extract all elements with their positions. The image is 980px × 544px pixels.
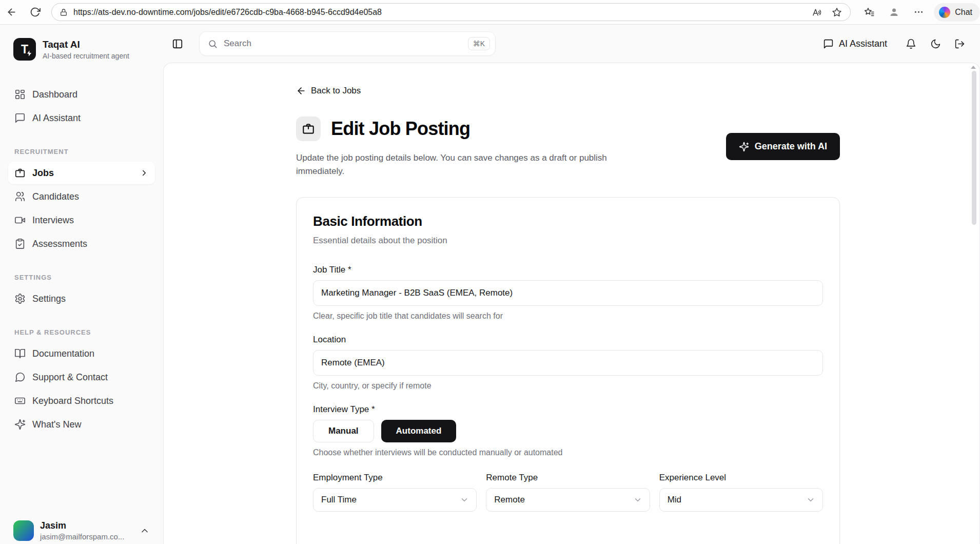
favorite-star-icon[interactable] [832,7,842,17]
remote-type-label: Remote Type [486,473,650,483]
sparkles-icon [739,142,749,152]
job-title-input[interactable] [313,280,823,306]
sidebar-item-documentation[interactable]: Documentation [8,342,155,365]
content-panel: Back to Jobs Edit Job Posting Update the… [163,63,980,544]
browser-back-button[interactable] [3,4,19,21]
sidebar-item-assessments[interactable]: Assessments [8,232,155,255]
arrow-left-icon [296,86,306,96]
ai-assistant-button[interactable]: AI Assistant [823,38,887,49]
interview-type-group: Interview Type * Manual Automated Choose… [313,404,823,457]
sidebar-item-label: What's New [32,419,81,430]
sidebar-item-interviews[interactable]: Interviews [8,209,155,231]
refresh-icon [30,7,41,17]
chevron-right-icon [140,168,149,178]
user-menu[interactable]: Jasim jasim@mailforspam.co... [8,516,155,542]
sidebar-item-label: Assessments [32,239,87,249]
browser-menu-button[interactable] [910,4,927,21]
sidebar: T Taqat AI AI-based recruitment agent Da… [0,25,163,544]
sidebar-item-label: AI Assistant [32,113,81,124]
back-link-label: Back to Jobs [311,86,361,96]
book-open-icon [14,348,26,359]
interview-type-automated-button[interactable]: Automated [381,420,457,442]
remote-type-select[interactable]: Remote [486,488,650,512]
lock-icon[interactable] [60,8,68,16]
employment-type-label: Employment Type [313,473,477,483]
chat-round-icon [14,372,26,383]
chevron-up-icon [140,526,150,536]
profile-avatar-icon [889,7,899,17]
page-icon-box [296,116,321,141]
experience-level-value: Mid [668,495,681,505]
moon-icon [930,38,941,49]
briefcase-icon [302,122,315,135]
chat-bubble-icon [823,38,834,49]
search-box[interactable]: ⌘K [199,31,496,56]
copilot-icon [939,7,950,18]
sidebar-item-label: Settings [32,294,66,304]
chat-bubble-icon [14,112,26,124]
sidebar-item-label: Documentation [32,348,94,359]
experience-level-label: Experience Level [659,473,823,483]
browser-profile-button[interactable] [886,4,902,21]
sidebar-item-dashboard[interactable]: Dashboard [8,83,155,106]
experience-level-select[interactable]: Mid [659,488,823,512]
search-icon [208,39,218,49]
page-header: Edit Job Posting Update the job posting … [296,116,840,178]
gear-icon [14,293,26,304]
back-to-jobs-link[interactable]: Back to Jobs [296,63,361,96]
keyboard-icon [14,395,26,406]
dashboard-grid-icon [14,89,26,100]
sign-out-button[interactable] [954,38,965,49]
topbar: ⌘K AI Assistant [163,25,980,63]
address-bar[interactable]: https://ats-dev.no-downtime.com/jobs/edi… [51,3,851,21]
favorites-bar-button[interactable] [861,4,877,21]
scrollbar-up-arrow-icon[interactable] [971,66,976,69]
sparkle-icon [14,419,26,430]
sidebar-item-candidates[interactable]: Candidates [8,185,155,208]
copilot-chat-button[interactable]: Chat [934,3,980,22]
taqat-logo-icon: T [13,38,36,61]
search-input[interactable] [224,38,468,49]
sidebar-item-whats-new[interactable]: What's New [8,413,155,436]
ellipsis-icon [913,7,924,17]
card-title: Basic Information [313,213,823,229]
dark-mode-button[interactable] [930,38,941,49]
employment-type-select[interactable]: Full Time [313,488,477,512]
user-avatar [13,520,34,541]
log-out-icon [954,38,965,49]
ai-assistant-label: AI Assistant [839,38,887,49]
brand-tagline: AI-based recruitment agent [43,52,129,60]
location-group: Location City, country, or specify if re… [313,335,823,391]
scrollbar-thumb[interactable] [972,71,976,225]
section-title-recruitment: RECRUITMENT [8,148,155,156]
sidebar-item-settings[interactable]: Settings [8,287,155,310]
interview-type-helper: Choose whether interviews will be conduc… [313,448,823,457]
interview-type-label: Interview Type * [313,404,823,415]
job-title-label: Job Title * [313,265,823,275]
sidebar-item-label: Interviews [32,215,74,226]
location-input[interactable] [313,350,823,376]
chevron-down-icon [633,495,642,504]
page-content: Back to Jobs Edit Job Posting Update the… [296,63,840,544]
interview-type-manual-button[interactable]: Manual [313,420,374,442]
sidebar-item-jobs[interactable]: Jobs [8,162,155,184]
main-column: ⌘K AI Assistant [163,25,980,544]
briefcase-icon [14,167,26,179]
job-title-helper: Clear, specific job title that candidate… [313,312,823,321]
generate-with-ai-button[interactable]: Generate with AI [726,133,840,160]
sidebar-toggle-button[interactable] [168,34,187,53]
bell-icon [906,38,916,49]
sidebar-item-ai-assistant[interactable]: AI Assistant [8,107,155,129]
sidebar-item-support[interactable]: Support & Contact [8,366,155,388]
chat-label: Chat [955,8,972,17]
location-label: Location [313,335,823,345]
sidebar-item-keyboard-shortcuts[interactable]: Keyboard Shortcuts [8,390,155,412]
user-email: jasim@mailforspam.co... [40,532,124,541]
sidebar-item-label: Dashboard [32,89,77,100]
read-aloud-icon[interactable] [812,7,822,17]
browser-refresh-button[interactable] [27,4,43,21]
sidebar-item-label: Candidates [32,191,79,202]
favorites-list-icon [864,7,875,17]
notifications-button[interactable] [906,38,916,49]
url-text: https://ats-dev.no-downtime.com/jobs/edi… [73,8,812,17]
